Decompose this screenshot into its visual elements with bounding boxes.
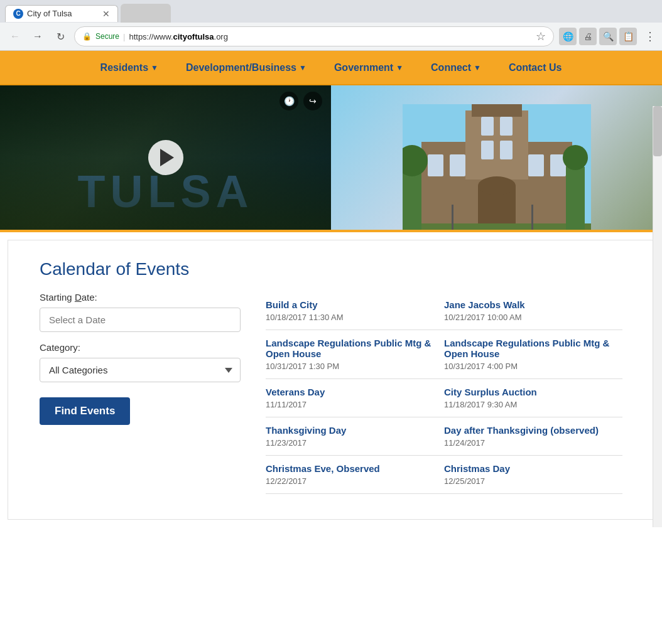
event-date: 12/22/2017 bbox=[266, 476, 434, 486]
secure-label: Secure bbox=[95, 32, 119, 41]
event-date: 10/18/2017 11:30 AM bbox=[266, 313, 434, 322]
svg-rect-10 bbox=[528, 154, 544, 176]
nav-item-development[interactable]: Development/Business ▼ bbox=[172, 52, 320, 83]
url-divider: | bbox=[123, 32, 125, 41]
event-title-link[interactable]: Thanksgiving Day bbox=[266, 425, 434, 436]
new-tab-area bbox=[121, 4, 171, 23]
tab-close-button[interactable]: ✕ bbox=[102, 9, 110, 19]
event-date: 11/23/2017 bbox=[266, 438, 434, 448]
date-input[interactable] bbox=[40, 308, 241, 332]
category-select[interactable]: All Categories bbox=[40, 358, 241, 382]
event-date: 12/25/2017 bbox=[444, 476, 612, 486]
nav-development-label: Development/Business bbox=[186, 62, 296, 73]
back-button[interactable]: ← bbox=[6, 28, 24, 45]
section-divider bbox=[0, 230, 662, 232]
nav-contact-label: Contact Us bbox=[509, 62, 562, 73]
event-item: Christmas Day 12/25/2017 bbox=[444, 456, 622, 494]
event-title-link[interactable]: City Surplus Auction bbox=[444, 387, 612, 397]
svg-rect-7 bbox=[500, 141, 513, 159]
address-bar: ← → ↻ 🔒 Secure | https://www.cityoftulsa… bbox=[0, 23, 662, 50]
nav-residents-chevron: ▼ bbox=[151, 63, 158, 72]
play-button[interactable] bbox=[148, 140, 183, 175]
site-content: Residents ▼ Development/Business ▼ Gover… bbox=[0, 51, 662, 527]
active-tab[interactable]: C City of Tulsa ✕ bbox=[5, 5, 118, 22]
tab-title: City of Tulsa bbox=[27, 9, 72, 18]
event-date: 11/24/2017 bbox=[444, 438, 612, 448]
svg-point-13 bbox=[478, 176, 516, 195]
bookmark-star-icon[interactable]: ☆ bbox=[536, 30, 546, 43]
svg-point-18 bbox=[563, 145, 588, 170]
extension-icon-1[interactable]: 🌐 bbox=[559, 28, 577, 45]
nav-items-container: Residents ▼ Development/Business ▼ Gover… bbox=[87, 52, 576, 83]
extension-icon-4[interactable]: 📋 bbox=[619, 28, 637, 45]
event-item: Day after Thanksgiving (observed) 11/24/… bbox=[444, 417, 622, 456]
browser-chrome: C City of Tulsa ✕ ← → ↻ 🔒 Secure | https… bbox=[0, 0, 662, 51]
extension-icon-3[interactable]: 🔍 bbox=[599, 28, 617, 45]
nav-item-contact[interactable]: Contact Us bbox=[495, 52, 575, 83]
event-date: 10/31/2017 1:30 PM bbox=[266, 362, 434, 371]
scrollbar-track[interactable]: ▼ bbox=[653, 106, 662, 527]
find-events-button[interactable]: Find Events bbox=[40, 397, 130, 425]
tab-favicon: C bbox=[13, 9, 23, 19]
event-item: Jane Jacobs Walk 10/21/2017 10:00 AM bbox=[444, 292, 622, 330]
nav-item-government[interactable]: Government ▼ bbox=[320, 52, 417, 83]
extension-icon-2[interactable]: 🖨 bbox=[579, 28, 597, 45]
scrollbar-thumb[interactable] bbox=[653, 106, 662, 156]
play-triangle-icon bbox=[160, 149, 174, 166]
event-title-link[interactable]: Christmas Day bbox=[444, 463, 612, 474]
starting-date-label: Starting Date: bbox=[40, 292, 241, 303]
svg-rect-2 bbox=[465, 110, 528, 180]
video-panel[interactable]: TULSA Tulsa Is Open For Business 🕐 ↪ bbox=[0, 85, 331, 230]
svg-rect-9 bbox=[450, 154, 465, 176]
svg-rect-4 bbox=[481, 117, 494, 136]
event-title-link[interactable]: Landscape Regulations Public Mtg & Open … bbox=[444, 338, 612, 359]
reload-button[interactable]: ↻ bbox=[52, 28, 69, 45]
site-navigation: Residents ▼ Development/Business ▼ Gover… bbox=[0, 51, 662, 85]
svg-rect-8 bbox=[428, 154, 443, 176]
event-item: Christmas Eve, Observed 12/22/2017 bbox=[266, 456, 444, 494]
svg-rect-17 bbox=[566, 167, 585, 230]
nav-connect-chevron: ▼ bbox=[474, 63, 481, 72]
event-date: 11/18/2017 9:30 AM bbox=[444, 400, 612, 409]
nav-government-label: Government bbox=[334, 62, 393, 73]
media-strip: TULSA Tulsa Is Open For Business 🕐 ↪ bbox=[0, 85, 662, 230]
video-controls: 🕐 ↪ bbox=[279, 92, 322, 110]
nav-item-connect[interactable]: Connect ▼ bbox=[417, 52, 495, 83]
event-title-link[interactable]: Veterans Day bbox=[266, 387, 434, 397]
svg-rect-20 bbox=[452, 205, 453, 230]
calendar-title: Calendar of Events bbox=[40, 259, 622, 279]
url-text: https://www.cityoftulsa.org bbox=[129, 32, 228, 41]
event-item: Thanksgiving Day 11/23/2017 bbox=[266, 417, 444, 456]
share-icon[interactable]: ↪ bbox=[303, 92, 322, 110]
nav-residents-label: Residents bbox=[100, 62, 148, 73]
event-date: 10/31/2017 4:00 PM bbox=[444, 362, 612, 371]
event-item: Veterans Day 11/11/2017 bbox=[266, 379, 444, 417]
nav-item-residents[interactable]: Residents ▼ bbox=[87, 52, 172, 83]
event-title-link[interactable]: Landscape Regulations Public Mtg & Open … bbox=[266, 338, 434, 359]
calendar-form: Starting Date: Category: All Categories … bbox=[40, 292, 241, 494]
svg-rect-6 bbox=[481, 141, 494, 159]
nav-connect-label: Connect bbox=[431, 62, 471, 73]
building-panel bbox=[331, 85, 662, 230]
event-item: City Surplus Auction 11/18/2017 9:30 AM bbox=[444, 379, 622, 417]
url-bar[interactable]: 🔒 Secure | https://www.cityoftulsa.org ☆ bbox=[74, 26, 554, 46]
more-options-button[interactable]: ⋮ bbox=[644, 30, 656, 43]
svg-rect-19 bbox=[531, 205, 533, 230]
event-title-link[interactable]: Jane Jacobs Walk bbox=[444, 299, 612, 310]
nav-government-chevron: ▼ bbox=[396, 63, 403, 72]
date-underline: D bbox=[75, 292, 82, 303]
calendar-section: Calendar of Events Starting Date: Catego… bbox=[8, 240, 654, 520]
event-date: 11/11/2017 bbox=[266, 400, 434, 409]
event-title-link[interactable]: Build a City bbox=[266, 299, 434, 310]
event-item: Landscape Regulations Public Mtg & Open … bbox=[266, 330, 444, 379]
clock-icon[interactable]: 🕐 bbox=[279, 92, 298, 110]
event-item: Landscape Regulations Public Mtg & Open … bbox=[444, 330, 622, 379]
category-label: Category: bbox=[40, 342, 241, 353]
forward-button[interactable]: → bbox=[29, 28, 46, 45]
svg-rect-5 bbox=[500, 117, 513, 136]
event-title-link[interactable]: Day after Thanksgiving (observed) bbox=[444, 425, 612, 436]
event-title-link[interactable]: Christmas Eve, Observed bbox=[266, 463, 434, 474]
events-list: Build a City 10/18/2017 11:30 AM Jane Ja… bbox=[266, 292, 622, 494]
building-image bbox=[403, 104, 591, 230]
svg-rect-3 bbox=[472, 104, 522, 117]
